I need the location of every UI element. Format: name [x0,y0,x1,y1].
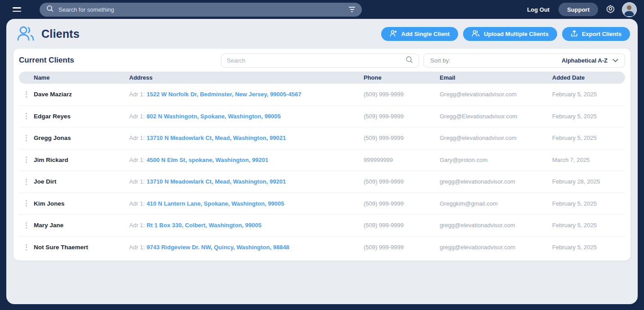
client-email: Gregg@elevationadvisor.com [440,91,552,98]
table-row[interactable]: Jim Rickard Adr 1:4500 N Elm St, spokane… [19,149,625,171]
global-search-bar[interactable] [40,3,362,17]
client-added-date: March 7, 2025 [552,157,621,163]
row-menu-icon[interactable] [26,157,30,163]
export-clients-label: Export Clients [582,31,621,37]
row-menu-icon[interactable] [26,179,30,185]
address-prefix-label: Adr 1: [129,91,145,98]
client-phone: (509) 999-9999 [364,135,440,141]
chevron-down-icon [608,56,618,64]
column-header-name: Name [34,74,129,81]
client-phone: (509) 999-9999 [364,222,440,229]
page-header: Clients Add Single Client [6,19,638,49]
client-added-date: February 28, 2025 [552,178,621,185]
client-added-date: February 5, 2025 [552,135,621,141]
clients-card: Current Clients Sort by: Alphabetical A-… [14,49,630,261]
client-phone: (509) 999-9999 [364,200,440,207]
client-name: Joe Dirt [34,178,129,185]
card-toolbar: Current Clients Sort by: Alphabetical A-… [19,52,625,68]
topbar: Log Out Support [0,0,644,19]
client-phone: (509) 999-9999 [364,113,440,120]
address-prefix-label: Adr 1: [129,113,145,120]
table-body: Dave Maziarz Adr 1:1522 W Norfolk Dr, Be… [19,84,625,258]
user-avatar[interactable] [622,2,637,17]
client-address-cell: Adr 1:9743 Ridgeview Dr. NW, Quincy, Was… [129,244,364,251]
export-icon [571,30,578,38]
row-menu-icon[interactable] [26,91,30,98]
table-row[interactable]: Mary Jane Adr 1:Rt 1 Box 330, Colbert, W… [19,215,625,237]
row-menu-icon[interactable] [26,135,30,141]
client-added-date: February 5, 2025 [552,91,621,98]
address-prefix-label: Adr 1: [129,135,145,141]
client-phone: (509) 999-9999 [364,178,440,185]
client-address-cell: Adr 1:410 N Lantern Lane, Spokane, Washi… [129,200,364,207]
client-added-date: February 5, 2025 [552,200,621,207]
upload-multiple-clients-label: Upload Multiple Clients [484,31,549,37]
client-email: Greggkim@gmail.com [440,200,552,207]
address-link[interactable]: 4500 N Elm St, spokane, Washington, 9920… [147,157,268,163]
clients-icon [16,25,35,43]
upload-multiple-clients-button[interactable]: Upload Multiple Clients [463,27,557,41]
log-out-button[interactable]: Log Out [527,6,549,13]
search-icon [46,5,54,14]
client-address-cell: Adr 1:802 N Washingotn, Spokane, Washing… [129,113,364,120]
address-link[interactable]: 802 N Washingotn, Spokane, Washington, 9… [147,113,281,120]
address-link[interactable]: 13710 N Meadowlark Ct, Mead, Washington,… [147,178,286,185]
table-row[interactable]: Edgar Reyes Adr 1:802 N Washingotn, Spok… [19,106,625,128]
client-email: gregg@elevationadvisor.com [440,244,552,251]
filter-icon[interactable] [349,7,355,12]
client-address-cell: Adr 1:Rt 1 Box 330, Colbert, Washington,… [129,222,364,229]
column-header-email: Email [440,74,552,81]
row-menu-icon[interactable] [26,222,30,229]
menu-icon[interactable] [13,7,22,12]
app-window: Log Out Support [0,0,644,310]
table-row[interactable]: Kim Jones Adr 1:410 N Lantern Lane, Spok… [19,193,625,215]
address-link[interactable]: 1522 W Norfolk Dr, Bedminster, New Jerse… [147,91,302,98]
table-row[interactable]: Gregg Jonas Adr 1:13710 N Meadowlark Ct,… [19,127,625,149]
client-phone: 999999999 [364,157,440,163]
address-link[interactable]: 410 N Lantern Lane, Spokane, Washington,… [147,200,284,207]
client-search-input[interactable] [227,57,402,64]
client-name: Edgar Reyes [34,113,129,120]
page-title: Clients [41,27,80,40]
column-header-address: Address [129,74,364,81]
section-title: Current Clients [19,56,74,65]
client-address-cell: Adr 1:1522 W Norfolk Dr, Bedminster, New… [129,91,364,98]
table-header: Name Address Phone Email Added Date [19,72,625,84]
client-name: Not Sure Thaemert [34,244,129,251]
export-clients-button[interactable]: Export Clients [562,27,630,41]
address-link[interactable]: Rt 1 Box 330, Colbert, Washington, 99005 [147,222,261,229]
client-name: Jim Rickard [34,157,129,163]
add-single-client-button[interactable]: Add Single Client [381,27,459,41]
client-email: gregg@elevationadvisor.com [440,178,552,185]
address-link[interactable]: 13710 N Meadowlark Ct, Mead, Washington,… [147,135,286,141]
address-prefix-label: Adr 1: [129,157,145,163]
client-email: Gary@proton.com [440,157,552,163]
table-row[interactable]: Joe Dirt Adr 1:13710 N Meadowlark Ct, Me… [19,171,625,193]
address-prefix-label: Adr 1: [129,244,145,251]
support-button[interactable]: Support [558,3,598,16]
gear-icon[interactable] [606,4,615,15]
client-name: Dave Maziarz [34,91,129,98]
client-phone: (509) 999-9999 [364,91,440,98]
row-menu-icon[interactable] [26,244,30,251]
row-menu-icon[interactable] [26,113,30,119]
address-prefix-label: Adr 1: [129,200,145,207]
client-email: Gregg@elevationadvisor.com [440,135,552,141]
table-row[interactable]: Not Sure Thaemert Adr 1:9743 Ridgeview D… [19,237,625,259]
sort-by-value: Alphabetical A-Z [562,57,608,64]
global-search-input[interactable] [59,6,344,13]
column-header-phone: Phone [364,74,440,81]
sort-by-label: Sort by: [430,57,450,64]
table-row[interactable]: Dave Maziarz Adr 1:1522 W Norfolk Dr, Be… [19,84,625,106]
client-name: Gregg Jonas [34,135,129,141]
sort-by-dropdown[interactable]: Sort by: Alphabetical A-Z [423,54,625,67]
person-add-icon [390,30,397,38]
address-link[interactable]: 9743 Ridgeview Dr. NW, Quincy, Washingto… [147,244,289,251]
client-email: Gregg@Elevationadvisor.com [440,113,552,120]
client-name: Kim Jones [34,200,129,207]
address-prefix-label: Adr 1: [129,178,145,185]
row-menu-icon[interactable] [26,200,30,207]
client-address-cell: Adr 1:13710 N Meadowlark Ct, Mead, Washi… [129,178,364,185]
client-address-cell: Adr 1:13710 N Meadowlark Ct, Mead, Washi… [129,135,364,141]
client-search-field[interactable] [221,54,419,67]
